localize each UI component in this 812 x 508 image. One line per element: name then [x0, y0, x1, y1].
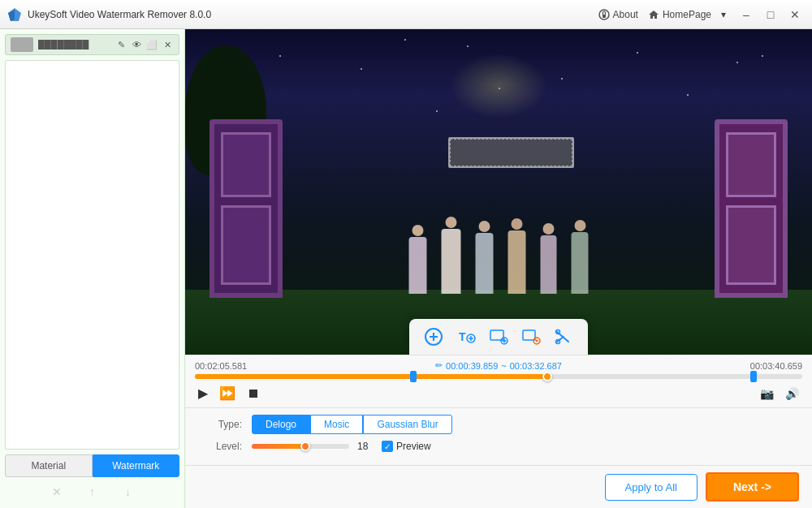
home-icon [648, 9, 659, 20]
title-bar: UkeySoft Video Watermark Remover 8.0.0 A… [0, 0, 812, 29]
type-label: Type: [201, 419, 242, 430]
preview-checkbox-group: ✓ Preview [382, 441, 431, 452]
close-button[interactable]: ✕ [784, 4, 806, 25]
progress-handle[interactable] [542, 372, 552, 381]
door-left [209, 119, 283, 298]
figure-2 [442, 217, 461, 294]
cut-button[interactable] [549, 324, 578, 350]
type-mosic-button[interactable]: Mosic [310, 415, 363, 434]
sidebar-content [5, 60, 179, 450]
type-gaussian-blur-button[interactable]: Gaussian Blur [363, 415, 451, 434]
about-nav-item[interactable]: About [598, 9, 638, 20]
replace-button[interactable] [516, 324, 546, 350]
copy-icon[interactable]: ⬜ [145, 38, 158, 51]
settings-bar: Type: Delogo Mosic Gaussian Blur Level: … [185, 407, 812, 465]
stop-button[interactable]: ⏹ [244, 385, 263, 403]
video-toolbar: T [409, 319, 588, 355]
level-controls: 18 ✓ Preview [252, 441, 431, 452]
move-up-button[interactable]: ↑ [83, 482, 102, 502]
current-time: 00:02:05.581 [195, 361, 247, 371]
level-handle[interactable] [300, 441, 310, 451]
level-value: 18 [357, 441, 374, 452]
level-row: Level: 18 ✓ Preview [201, 441, 796, 452]
progress-fill [195, 374, 547, 379]
lock-icon [598, 9, 610, 20]
sky-glow [450, 54, 547, 118]
svg-marker-1 [8, 10, 15, 21]
range-icon: ✏ [435, 360, 443, 371]
type-delogo-button[interactable]: Delogo [252, 415, 310, 434]
sidebar: ████████ ✎ 👁 ⬜ ✕ Material Watermark ✕ ↑ … [0, 29, 185, 508]
eye-icon[interactable]: 👁 [130, 38, 143, 51]
video-background [185, 29, 812, 355]
delete-item-button[interactable]: ✕ [47, 482, 67, 502]
edit-icon[interactable]: ✎ [114, 38, 127, 51]
maximize-button[interactable]: □ [760, 4, 781, 25]
next-button[interactable]: Next -> [706, 472, 799, 502]
total-time: 00:03:40.659 [750, 361, 802, 371]
video-area: T [185, 29, 812, 355]
figure-3 [476, 221, 494, 294]
step-forward-button[interactable]: ⏩ [216, 384, 239, 403]
apply-to-all-button[interactable]: Apply to All [605, 474, 698, 501]
figure-5 [541, 223, 557, 294]
range-start: 00:00:39.859 [446, 361, 498, 371]
homepage-label: HomePage [663, 9, 711, 20]
preview-checkbox[interactable]: ✓ [382, 441, 393, 452]
volume-button[interactable]: 🔊 [782, 385, 802, 402]
range-sep: ~ [501, 361, 506, 371]
app-logo [6, 6, 23, 23]
svg-text:T: T [459, 330, 466, 343]
homepage-nav-item[interactable]: HomePage [648, 9, 711, 20]
add-image-button[interactable] [484, 324, 513, 350]
sidebar-tabs: Material Watermark [5, 454, 179, 477]
time-row: 00:02:05.581 ✏ 00:00:39.859 ~ 00:03:32.6… [195, 360, 802, 371]
dropdown-nav-item[interactable]: ▾ [721, 9, 726, 20]
main-content: T 00:02:05.581 ✏ 00:00:39.859 [185, 29, 812, 508]
level-fill [252, 444, 305, 449]
title-nav: About HomePage ▾ [598, 9, 726, 20]
add-text-button[interactable]: T [451, 324, 481, 350]
move-down-button[interactable]: ↓ [119, 482, 138, 502]
player-bar: 00:02:05.581 ✏ 00:00:39.859 ~ 00:03:32.6… [185, 355, 812, 407]
level-label: Level: [201, 441, 242, 452]
level-slider[interactable] [252, 444, 349, 449]
controls-row: ▶ ⏩ ⏹ 📷 🔊 [195, 384, 802, 403]
progress-bar[interactable] [195, 374, 802, 379]
app-title: UkeySoft Video Watermark Remover 8.0.0 [28, 9, 598, 20]
window-controls: – □ ✕ [736, 4, 806, 25]
range-left-handle[interactable] [410, 371, 417, 382]
app-body: ████████ ✎ 👁 ⬜ ✕ Material Watermark ✕ ↑ … [0, 29, 812, 508]
figure-1 [409, 225, 427, 294]
tab-watermark[interactable]: Watermark [93, 454, 180, 477]
about-label: About [613, 9, 638, 20]
range-end: 00:03:32.687 [510, 361, 562, 371]
play-button[interactable]: ▶ [195, 384, 211, 403]
file-thumbnail [11, 37, 33, 52]
file-bar: ████████ ✎ 👁 ⬜ ✕ [5, 34, 179, 55]
preview-label: Preview [396, 441, 431, 452]
figure-4 [508, 218, 526, 294]
type-button-group: Delogo Mosic Gaussian Blur [252, 415, 452, 434]
svg-rect-10 [523, 330, 535, 340]
file-actions: ✎ 👁 ⬜ ✕ [114, 38, 174, 51]
watermark-selection-box[interactable] [448, 137, 574, 168]
figures-layer [409, 217, 589, 294]
door-right [715, 119, 788, 298]
figure-6 [572, 220, 589, 294]
sidebar-actions: ✕ ↑ ↓ [5, 480, 179, 503]
minimize-button[interactable]: – [736, 4, 757, 25]
type-row: Type: Delogo Mosic Gaussian Blur [201, 415, 796, 434]
delete-icon[interactable]: ✕ [161, 38, 174, 51]
svg-rect-4 [603, 15, 606, 18]
file-name: ████████ [38, 40, 110, 50]
time-range: ✏ 00:00:39.859 ~ 00:03:32.687 [435, 360, 562, 371]
action-bar: Apply to All Next -> [185, 465, 812, 508]
tab-material[interactable]: Material [5, 454, 93, 477]
add-region-button[interactable] [419, 324, 448, 350]
range-right-handle[interactable] [750, 371, 757, 382]
screenshot-button[interactable]: 📷 [757, 385, 777, 402]
